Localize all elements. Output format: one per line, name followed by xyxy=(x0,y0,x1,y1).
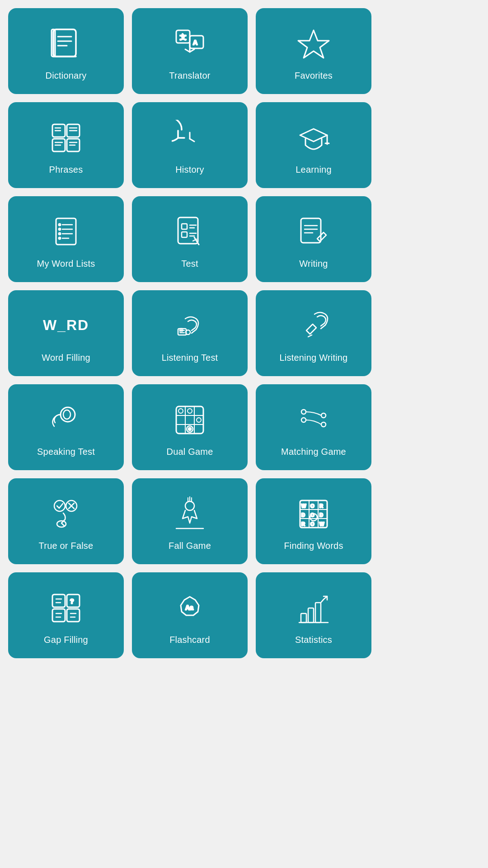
tile-flashcard[interactable]: Aa Flashcard xyxy=(132,572,248,658)
svg-line-52 xyxy=(306,330,310,334)
writing-icon xyxy=(293,212,334,252)
test-icon xyxy=(169,212,210,252)
svg-point-69 xyxy=(321,422,326,427)
tile-finding-words[interactable]: W O R D O D R O W Finding Words xyxy=(256,478,371,564)
true-or-false-label: True or False xyxy=(39,541,94,551)
translator-label: Translator xyxy=(169,71,210,81)
svg-rect-95 xyxy=(52,594,65,607)
phrases-label: Phrases xyxy=(49,165,83,175)
my-word-lists-label: My Word Lists xyxy=(37,259,95,269)
flashcard-icon: Aa xyxy=(169,588,210,628)
svg-rect-5 xyxy=(52,29,55,57)
my-word-lists-icon xyxy=(46,212,86,252)
true-or-false-icon xyxy=(46,494,86,534)
statistics-icon xyxy=(293,588,334,628)
tile-dual-game[interactable]: Dual Game xyxy=(132,384,248,470)
fall-game-icon xyxy=(169,494,210,534)
favorites-label: Favorites xyxy=(295,71,333,81)
svg-text:W: W xyxy=(319,521,324,527)
tile-history[interactable]: History xyxy=(132,102,248,188)
favorites-icon xyxy=(293,24,334,64)
svg-point-65 xyxy=(188,428,191,430)
tile-favorites[interactable]: Favorites xyxy=(256,8,371,94)
svg-rect-103 xyxy=(67,609,80,622)
flashcard-label: Flashcard xyxy=(169,635,210,645)
tile-speaking-test[interactable]: Speaking Test xyxy=(8,384,124,470)
svg-text:?: ? xyxy=(70,598,74,605)
speaking-test-icon xyxy=(46,400,86,440)
statistics-label: Statistics xyxy=(295,635,332,645)
svg-line-17 xyxy=(190,139,194,142)
tile-my-word-lists[interactable]: My Word Lists xyxy=(8,196,124,282)
tile-word-filling[interactable]: W_RD Word Filling xyxy=(8,290,124,376)
word-filling-label: Word Filling xyxy=(42,353,90,363)
svg-text:D: D xyxy=(301,512,305,518)
dictionary-label: Dictionary xyxy=(46,71,87,81)
svg-rect-107 xyxy=(301,613,306,623)
svg-line-53 xyxy=(308,335,312,337)
tile-listening-writing[interactable]: Listening Writing xyxy=(256,290,371,376)
listening-test-icon xyxy=(169,306,210,346)
svg-point-68 xyxy=(321,413,326,418)
tile-dictionary[interactable]: Dictionary xyxy=(8,8,124,94)
svg-text:W: W xyxy=(301,503,306,509)
speaking-test-label: Speaking Test xyxy=(37,447,95,457)
svg-rect-0 xyxy=(53,29,76,57)
listening-test-label: Listening Test xyxy=(162,353,218,363)
history-icon xyxy=(169,118,210,158)
svg-rect-20 xyxy=(56,218,76,245)
svg-point-67 xyxy=(301,418,306,422)
tile-phrases[interactable]: Phrases xyxy=(8,102,124,188)
tile-translator[interactable]: 文 A Translator xyxy=(132,8,248,94)
svg-point-61 xyxy=(178,409,183,413)
svg-rect-34 xyxy=(182,224,187,229)
gap-filling-icon: ? xyxy=(46,588,86,628)
svg-rect-51 xyxy=(180,329,183,331)
tile-writing[interactable]: Writing xyxy=(256,196,371,282)
test-label: Test xyxy=(181,259,198,269)
svg-point-29 xyxy=(59,224,61,226)
translator-icon: 文 A xyxy=(169,24,210,64)
learning-icon xyxy=(293,118,334,158)
svg-point-30 xyxy=(59,228,61,230)
tile-gap-filling[interactable]: ? Gap Filling xyxy=(8,572,124,658)
listening-writing-label: Listening Writing xyxy=(280,353,348,363)
svg-text:Aa: Aa xyxy=(185,604,193,611)
tile-test[interactable]: Test xyxy=(132,196,248,282)
finding-words-icon: W O R D O D R O W xyxy=(293,494,334,534)
tile-statistics[interactable]: Statistics xyxy=(256,572,371,658)
svg-rect-100 xyxy=(52,609,65,622)
svg-rect-108 xyxy=(308,608,314,623)
svg-text:文: 文 xyxy=(180,33,186,41)
svg-line-46 xyxy=(317,239,320,241)
history-label: History xyxy=(175,165,204,175)
svg-point-32 xyxy=(59,237,61,239)
tile-matching-game[interactable]: Matching Game xyxy=(256,384,371,470)
svg-point-63 xyxy=(197,418,201,422)
tile-true-or-false[interactable]: True or False xyxy=(8,478,124,564)
matching-game-label: Matching Game xyxy=(281,447,346,457)
learning-label: Learning xyxy=(296,165,331,175)
svg-point-31 xyxy=(59,233,61,235)
svg-rect-37 xyxy=(182,232,187,237)
svg-text:D: D xyxy=(319,512,323,518)
tile-learning[interactable]: Learning xyxy=(256,102,371,188)
svg-point-66 xyxy=(301,410,306,414)
svg-text:R: R xyxy=(301,521,305,527)
svg-point-70 xyxy=(54,500,65,511)
svg-point-75 xyxy=(185,501,194,510)
svg-rect-109 xyxy=(315,603,321,623)
svg-text:O: O xyxy=(310,503,314,509)
matching-game-icon xyxy=(293,400,334,440)
finding-words-label: Finding Words xyxy=(284,541,343,551)
tile-listening-test[interactable]: Listening Test xyxy=(132,290,248,376)
svg-text:A: A xyxy=(193,39,197,46)
svg-text:O: O xyxy=(310,521,314,527)
main-grid: Dictionary 文 A Translator Favorites xyxy=(0,0,380,666)
svg-point-74 xyxy=(57,521,66,527)
dual-game-label: Dual Game xyxy=(167,447,213,457)
tile-fall-game[interactable]: Fall Game xyxy=(132,478,248,564)
svg-text:R: R xyxy=(319,503,323,509)
writing-label: Writing xyxy=(299,259,328,269)
dictionary-icon xyxy=(46,24,86,64)
